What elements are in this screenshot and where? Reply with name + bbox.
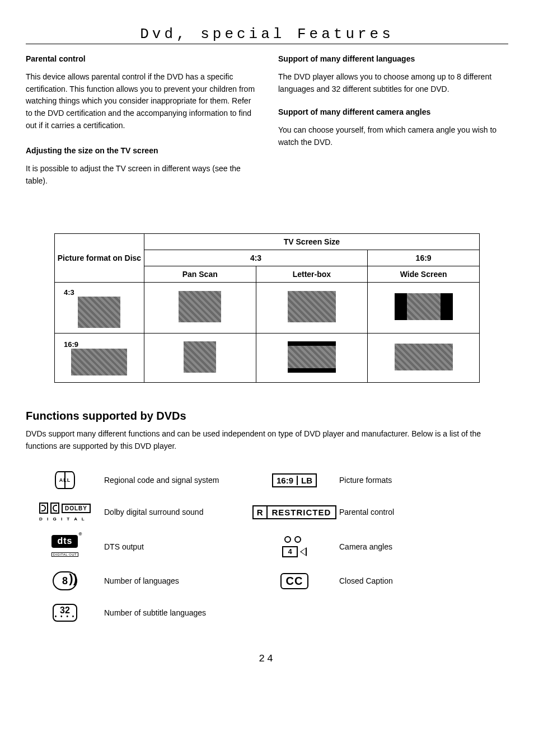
functions-grid: Regional code and signal system 16:9LB P… [26, 471, 508, 622]
th-panscan: Pan Scan [144, 266, 256, 282]
th-letterbox: Letter-box [256, 266, 368, 282]
thumb-43-ps [179, 291, 221, 322]
heading-angles: Support of many different camera angles [278, 107, 508, 116]
thumb-169-ps [184, 341, 216, 373]
para-adjust: It is possible to adjust the TV screen i… [26, 163, 256, 187]
th-picture-format: Picture format on Disc [58, 253, 141, 262]
picture-format-icon: 16:9LB [250, 473, 339, 487]
right-column: Support of many different languages The … [278, 54, 508, 200]
th-43: 4:3 [144, 250, 367, 266]
thumb-disc-43 [78, 297, 120, 328]
th-tv-size: TV Screen Size [144, 233, 479, 250]
heading-functions: Functions supported by DVDs [26, 410, 508, 422]
desc-cc: Closed Caption [339, 576, 462, 585]
left-column: Parental control This device allows pare… [26, 54, 256, 200]
row-43: 4:3 [55, 282, 144, 333]
heading-languages: Support of many different languages [278, 54, 508, 63]
th-169: 16:9 [368, 250, 480, 266]
cc-icon: CC [250, 573, 339, 589]
desc-camera: Camera angles [339, 542, 462, 551]
desc-languages: Number of languages [104, 576, 250, 585]
page-title: Dvd, special Features [26, 26, 508, 43]
globe-icon [26, 471, 104, 489]
desc-dts: DTS output [104, 542, 250, 551]
para-angles: You can choose yourself, from which came… [278, 124, 508, 148]
desc-regional: Regional code and signal system [104, 476, 250, 485]
thumb-169-lb [288, 341, 336, 373]
heading-parental: Parental control [26, 54, 256, 63]
dts-icon: dts® DIGITAL OUT [26, 535, 104, 558]
para-languages: The DVD player allows you to choose amon… [278, 71, 508, 95]
thumb-169-ws [395, 344, 453, 370]
para-functions: DVDs support many different functions an… [26, 428, 508, 452]
thumb-43-lb [288, 291, 336, 322]
row-169: 16:9 [55, 333, 144, 382]
thumb-43-ws [395, 293, 453, 320]
camera-angle-icon: 4 [250, 536, 339, 557]
restricted-icon: RRESTRICTED [250, 505, 339, 519]
tv-screen-table: Picture format on Disc TV Screen Size 4:… [54, 233, 480, 383]
desc-parental: Parental control [339, 508, 462, 516]
heading-adjust: Adjusting the size on the TV screen [26, 146, 256, 155]
para-parental: This device allows parental control if t… [26, 71, 256, 132]
desc-dolby: Dolby digital surround sound [104, 508, 250, 516]
desc-subtitles: Number of subtitle languages [104, 608, 250, 617]
desc-picture-formats: Picture formats [339, 476, 462, 485]
th-widescreen: Wide Screen [368, 266, 480, 282]
dolby-icon: DOLBY D I G I T A L [26, 503, 104, 522]
languages-icon: 8)) [26, 571, 104, 590]
thumb-disc-169 [71, 349, 127, 375]
page-number: 24 [26, 653, 508, 664]
subtitles-icon: 32• • • • [26, 604, 104, 622]
